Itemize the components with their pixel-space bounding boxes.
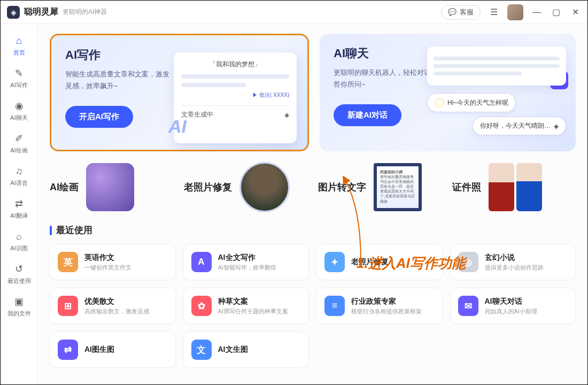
clock-icon: ↺ bbox=[13, 263, 25, 275]
tile-icon: ✿ bbox=[191, 296, 212, 316]
new-chat-button[interactable]: 新建AI对话 bbox=[334, 104, 401, 126]
mock-note: ▶ 批注( XXXX) bbox=[181, 91, 289, 99]
app-logo-icon: ◈ bbox=[7, 6, 20, 19]
sidebar-item-recent[interactable]: ↺最近使用 bbox=[1, 258, 37, 290]
sidebar-label: AI识图 bbox=[10, 244, 27, 252]
tile-sub: 根据行业名称提供政策框架 bbox=[351, 307, 422, 315]
cs-label: 客服 bbox=[460, 7, 474, 17]
tile-title: 种草文案 bbox=[218, 297, 288, 306]
recent-tile[interactable]: ✿ 种草文案AI撰写任何主题的种草文案 bbox=[183, 288, 310, 324]
logo-small-icon: ◈ bbox=[284, 111, 289, 119]
recent-tile[interactable]: ⊞ 优美散文高效输出散文，激发灵感 bbox=[50, 288, 176, 324]
write-mock-window: AI 「我和我的梦想」 ▶ 批注( XXXX) 文章生成中◈ bbox=[174, 52, 297, 143]
photo-thumb bbox=[239, 162, 290, 212]
tile-title: AI聊天对话 bbox=[485, 297, 537, 306]
feature-photo-restore[interactable]: 老照片修复 bbox=[184, 162, 307, 212]
minimize-button[interactable]: — bbox=[531, 6, 543, 18]
tile-title: 玄幻小说 bbox=[485, 253, 544, 263]
sidebar-label: AI聊天 bbox=[10, 114, 27, 122]
recent-tile[interactable]: A AI全文写作AI智能写作，效率翻倍 bbox=[183, 244, 310, 280]
recent-grid: 英 英语作文一键创作英文作文A AI全文写作AI智能写作，效率翻倍✦ 老照片修复… bbox=[50, 244, 576, 368]
tile-title: AI文生图 bbox=[218, 345, 248, 355]
sidebar-item-voice[interactable]: ♫AI语音 bbox=[1, 160, 37, 192]
tile-icon: ≡ bbox=[324, 296, 345, 316]
sidebar-item-translate[interactable]: ⇄AI翻译 bbox=[1, 192, 37, 225]
tile-title: 英语作文 bbox=[84, 253, 131, 263]
home-icon: ⌂ bbox=[13, 35, 25, 47]
tile-sub: 高效输出散文，激发灵感 bbox=[84, 307, 149, 315]
tile-icon: A bbox=[191, 252, 212, 272]
chat-desc: 更聪明的聊天机器人，轻松对话，答你所问~ bbox=[334, 67, 440, 90]
tile-icon: ✦ bbox=[324, 252, 345, 272]
recent-tile[interactable]: ◎ 玄幻小说提供更多小说创作思路 bbox=[450, 244, 576, 280]
tile-sub: AI撰写任何主题的种草文案 bbox=[218, 307, 288, 315]
headphone-icon: ♫ bbox=[13, 165, 25, 177]
maximize-button[interactable]: ▢ bbox=[550, 6, 562, 18]
sidebar-item-chat[interactable]: ◉AI聊天 bbox=[1, 95, 37, 127]
tile-sub: 提供更多小说创作思路 bbox=[485, 264, 544, 272]
translate-icon: ⇄ bbox=[13, 198, 25, 210]
tile-title: AI图生图 bbox=[84, 345, 114, 355]
tile-title: 老照片修复 bbox=[351, 257, 389, 267]
titlebar: ◈ 聪明灵犀 更聪明的AI神器 💬 客服 ☰ — ▢ ✕ bbox=[1, 1, 587, 24]
recent-tile[interactable]: ≡ 行业政策专家根据行业名称提供政策框架 bbox=[316, 288, 443, 324]
id-thumb bbox=[489, 163, 542, 211]
recent-section-title: 最近使用 bbox=[50, 224, 576, 236]
sidebar-label: 首页 bbox=[13, 49, 25, 57]
write-desc: 智能生成高质量文章和文案，激发灵感，效率飙升~ bbox=[65, 68, 172, 92]
recent-tile[interactable]: ✉ AI聊天对话宛如真人的AI小助理 bbox=[450, 288, 576, 324]
app-tagline: 更聪明的AI神器 bbox=[63, 7, 107, 17]
sidebar-item-home[interactable]: ⌂首页 bbox=[1, 29, 37, 62]
recent-tile[interactable]: 文 AI文生图 bbox=[183, 332, 310, 368]
sidebar-label: AI语音 bbox=[10, 179, 27, 187]
sidebar-label: AI绘画 bbox=[10, 147, 27, 155]
chat-mock: Hi~今天的天气怎样呢 你好呀，今天天气晴朗… ◈ bbox=[427, 47, 566, 140]
user-avatar[interactable] bbox=[507, 4, 523, 20]
sidebar-item-ocr[interactable]: ⌕AI识图 bbox=[1, 225, 37, 258]
tile-icon: ✉ bbox=[458, 296, 478, 316]
tile-icon: 文 bbox=[191, 340, 212, 360]
tile-sub: 一键创作英文作文 bbox=[84, 264, 131, 272]
chat-bubble-icon: ◉ bbox=[13, 100, 25, 112]
sidebar-item-paint[interactable]: ✐AI绘画 bbox=[1, 127, 37, 160]
features-row: AI绘画 老照片修复 图片转文字武昌街的小调有时候到重庆南路来书总会不自觉地跑武… bbox=[50, 162, 576, 212]
paint-thumb bbox=[86, 163, 134, 211]
folder-icon: ▣ bbox=[13, 296, 25, 307]
hero-card-write[interactable]: AI写作 智能生成高质量文章和文案，激发灵感，效率飙升~ 开启AI写作 AI 「… bbox=[50, 34, 309, 151]
tile-sub: 宛如真人的AI小助理 bbox=[485, 307, 537, 315]
customer-service-button[interactable]: 💬 客服 bbox=[441, 5, 481, 20]
sidebar-label: 我的文件 bbox=[7, 310, 31, 318]
feature-paint[interactable]: AI绘画 bbox=[50, 162, 173, 212]
hamburger-menu-icon[interactable]: ☰ bbox=[488, 6, 500, 18]
tile-sub: AI智能写作，效率翻倍 bbox=[218, 264, 276, 272]
tile-icon: ◎ bbox=[458, 252, 478, 272]
mock-quote: 「我和我的梦想」 bbox=[181, 60, 289, 69]
sidebar-label: 最近使用 bbox=[7, 277, 31, 285]
recent-tile[interactable]: 英 英语作文一键创作英文作文 bbox=[50, 244, 176, 280]
tile-title: 优美散文 bbox=[84, 297, 149, 306]
pen-icon: ✎ bbox=[13, 67, 25, 79]
brush-icon: ✐ bbox=[13, 133, 25, 144]
app-name: 聪明灵犀 bbox=[24, 6, 58, 18]
tile-icon: 英 bbox=[58, 252, 78, 272]
doc-thumb: 武昌街的小调有时候到重庆南路来书总会不自觉地跑武昌街去走一回，最后发现武昌街大大… bbox=[374, 163, 422, 211]
start-write-button[interactable]: 开启AI写作 bbox=[65, 106, 133, 128]
tile-title: AI全文写作 bbox=[218, 253, 276, 263]
close-button[interactable]: ✕ bbox=[569, 6, 581, 18]
feature-ocr[interactable]: 图片转文字武昌街的小调有时候到重庆南路来书总会不自觉地跑武昌街去走一回，最后发现… bbox=[318, 162, 442, 212]
tile-title: 行业政策专家 bbox=[351, 297, 422, 306]
sidebar: ⌂首页 ✎AI写作 ◉AI聊天 ✐AI绘画 ♫AI语音 ⇄AI翻译 ⌕AI识图 … bbox=[1, 24, 38, 385]
sidebar-item-write[interactable]: ✎AI写作 bbox=[1, 62, 37, 95]
recent-tile[interactable]: ✦ 老照片修复 bbox=[316, 244, 443, 280]
face-icon bbox=[435, 98, 444, 107]
sidebar-label: AI翻译 bbox=[10, 212, 27, 220]
hero-card-chat[interactable]: AI聊天 更聪明的聊天机器人，轻松对话，答你所问~ 新建AI对话 ☺ Hi~今天… bbox=[320, 34, 576, 151]
sidebar-item-files[interactable]: ▣我的文件 bbox=[1, 290, 37, 323]
sidebar-label: AI写作 bbox=[10, 81, 27, 89]
chat-icon: 💬 bbox=[448, 8, 457, 16]
ai-badge: AI bbox=[168, 116, 187, 137]
feature-id-photo[interactable]: 证件照 bbox=[452, 162, 576, 212]
tile-icon: ⊞ bbox=[58, 296, 78, 316]
logo-small-icon: ◈ bbox=[554, 122, 559, 130]
recent-tile[interactable]: ⇄ AI图生图 bbox=[50, 332, 176, 368]
